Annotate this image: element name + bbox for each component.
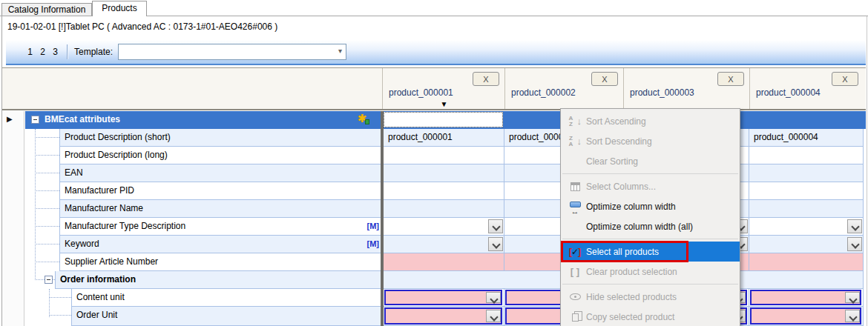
tab-label: Catalog Information (8, 4, 86, 15)
chevron-down-icon[interactable]: ▾ (338, 47, 342, 55)
grid-cell[interactable] (384, 253, 504, 271)
grid-cell[interactable] (384, 218, 504, 236)
tab-catalog-information[interactable]: Catalog Information (1, 3, 92, 16)
grid-cell[interactable] (384, 182, 504, 200)
template-label: Template: (74, 47, 113, 57)
row-label: Order Unit (76, 310, 117, 320)
page-button-1[interactable]: 1 (24, 44, 36, 59)
row-indicator-cell[interactable] (2, 289, 24, 307)
row-indicator-cell[interactable]: ▶ (2, 111, 24, 129)
collapse-expander-icon[interactable] (31, 116, 39, 124)
row-label-cell[interactable]: Product Description (short) (59, 129, 381, 147)
row-label-cell[interactable]: Manufacturer Type Description[M] (59, 218, 381, 236)
chevron-down-icon[interactable] (847, 237, 862, 251)
column-header-product_000001[interactable]: Xproduct_000001▼ (382, 68, 504, 109)
template-combobox[interactable]: ▾ (118, 44, 346, 60)
grid-cell[interactable] (384, 164, 504, 182)
chevron-down-icon[interactable] (845, 292, 860, 303)
chevron-down-icon[interactable] (486, 310, 501, 322)
row-label-cell[interactable]: Order information (55, 271, 381, 289)
chevron-down-icon[interactable] (488, 219, 503, 233)
menu-item-optimize-column-width-all[interactable]: Optimize column width (all) (561, 216, 740, 236)
chevron-down-icon[interactable] (488, 237, 503, 251)
grid-cell[interactable]: product_000001 (384, 129, 504, 147)
collapse-expander-icon[interactable] (45, 276, 53, 284)
focused-cell[interactable] (384, 112, 503, 127)
tree-line (35, 155, 59, 156)
row-indicator-cell[interactable] (2, 218, 24, 236)
select-all-checked-icon: [✓] (569, 246, 582, 257)
close-column-button[interactable]: X (832, 72, 858, 86)
menu-item-hide-selected-products[interactable]: Hide selected products (561, 287, 740, 307)
column-header-product_000002[interactable]: Xproduct_000002 (504, 68, 623, 109)
row-indicator-cell[interactable] (2, 147, 24, 164)
grid-cell[interactable] (749, 307, 864, 326)
grid-cell[interactable] (749, 182, 864, 200)
required-combo-editor[interactable] (750, 307, 861, 325)
grid-cell[interactable] (749, 236, 864, 253)
grid-cell[interactable] (749, 147, 864, 164)
grid-cell[interactable] (384, 289, 504, 307)
grid-cell[interactable] (749, 164, 864, 182)
column-header-label: product_000001 (389, 87, 453, 98)
grid-cell[interactable] (384, 147, 504, 164)
grid-cell[interactable] (749, 289, 864, 307)
required-combo-editor[interactable] (384, 307, 502, 325)
grid-cell[interactable] (384, 307, 504, 326)
sort-letter: A (568, 142, 574, 147)
row-label-cell[interactable]: Product Description (long) (59, 147, 381, 164)
row-indicator-cell[interactable] (2, 182, 24, 200)
page-button-3[interactable]: 3 (49, 44, 62, 59)
menu-item-select-columns[interactable]: Select Columns... (561, 176, 740, 196)
sort-ascending-icon: AZ↓ (568, 115, 582, 128)
required-combo-editor[interactable] (750, 290, 861, 305)
close-column-button[interactable]: X (591, 72, 618, 86)
grid-cell[interactable] (749, 218, 864, 236)
column-header-product_000003[interactable]: Xproduct_000003 (623, 68, 749, 109)
page-button-2[interactable]: 2 (36, 44, 49, 59)
row-indicator-cell[interactable] (2, 236, 24, 253)
star-accent (365, 119, 369, 124)
chevron-down-icon[interactable] (847, 219, 862, 233)
row-indicator-cell[interactable] (2, 164, 24, 182)
column-header-product_000004[interactable]: Xproduct_000004 (749, 68, 864, 109)
row-indicator-cell[interactable] (2, 271, 24, 289)
chevron-down-icon[interactable] (486, 292, 501, 303)
row-indicator-cell[interactable] (2, 129, 24, 147)
tree-indent-zone (25, 236, 59, 253)
required-combo-editor[interactable] (384, 290, 502, 305)
menu-item-clear-product-selection[interactable]: [ ]Clear product selection (561, 262, 740, 282)
menu-item-icon: [✓] (566, 242, 584, 262)
row-label-cell[interactable]: Order Unit (71, 307, 381, 326)
row-indicator-cell[interactable] (2, 253, 24, 271)
menu-item-label: Select all products (586, 247, 659, 257)
row-label-cell[interactable]: Keyword[M] (59, 236, 381, 253)
grid-cell[interactable] (749, 253, 864, 271)
tab-products[interactable]: Products (92, 1, 147, 16)
row-label-cell[interactable]: EAN (59, 164, 381, 182)
menu-item-optimize-column-width[interactable]: Optimize column width (561, 196, 740, 216)
grid-cell[interactable] (384, 236, 504, 253)
menu-separator (562, 173, 738, 174)
sort-descending-icon: ZA↓ (568, 135, 582, 148)
menu-item-label: Hide selected products (586, 292, 677, 302)
row-label-cell[interactable]: Manufacturer PID (59, 182, 381, 200)
chevron-down-icon[interactable] (845, 310, 860, 322)
row-label-cell[interactable]: Supplier Article Number (59, 253, 381, 271)
row-label-cell[interactable]: Content unit (71, 289, 381, 307)
menu-item-clear-sorting[interactable]: Clear Sorting (561, 151, 740, 171)
mandatory-flag-icon: [M] (367, 236, 380, 253)
grid-cell[interactable]: product_000004 (749, 129, 864, 147)
menu-item-copy-selected-product[interactable]: Copy selected product (561, 307, 740, 326)
row-indicator-cell[interactable] (2, 200, 24, 218)
menu-item-sort-ascending[interactable]: AZ↓Sort Ascending (561, 111, 740, 131)
grid-cell[interactable] (749, 200, 864, 218)
grid-cell[interactable] (384, 200, 504, 218)
row-label-cell[interactable]: Manufacturer Name (59, 200, 381, 218)
close-column-button[interactable]: X (717, 72, 744, 86)
menu-item-sort-descending[interactable]: ZA↓Sort Descending (561, 131, 740, 151)
row-indicator-cell[interactable] (2, 307, 24, 326)
close-column-button[interactable]: X (473, 72, 499, 86)
menu-item-select-all-products[interactable]: [✓]Select all products (561, 242, 740, 262)
product-group-title: 19-01-02-01 [!]Tablet PC ( Advanced AC :… (7, 21, 277, 32)
